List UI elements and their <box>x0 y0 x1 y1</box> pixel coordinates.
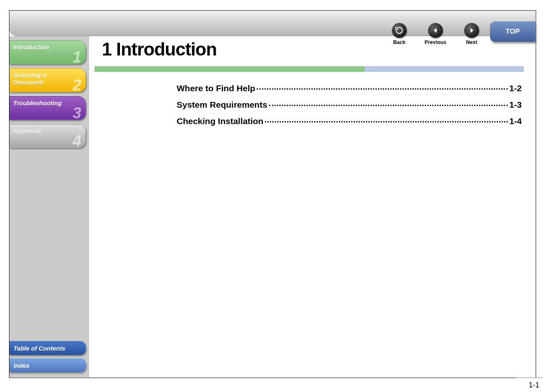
chapter-number: 2 <box>73 76 81 92</box>
title-rule <box>94 66 524 72</box>
toc-leader-dots <box>257 88 507 90</box>
top-bar: Back Previous Next TOP <box>9 11 535 36</box>
next-icon <box>464 23 479 38</box>
chapter-number: 3 <box>73 104 81 120</box>
sidebar-chapter-introduction[interactable]: Introduction 1 <box>9 40 86 64</box>
sidebar-chapter-appendix[interactable]: Appendix 4 <box>9 124 86 148</box>
toc-entry-where-to-find-help[interactable]: Where to Find Help 1-2 <box>177 83 522 93</box>
sidebar-bottom-tabs: Table of Contents Index <box>9 341 89 376</box>
back-icon <box>392 23 407 38</box>
toc-entry-checking-installation[interactable]: Checking Installation 1-4 <box>177 116 522 126</box>
index-button[interactable]: Index <box>9 358 86 372</box>
sidebar-chapter-scanning[interactable]: Scanning a Document 2 <box>9 68 86 92</box>
sidebar-chapter-troubleshooting[interactable]: Troubleshooting 3 <box>9 96 86 120</box>
toc-leader-dots <box>269 105 508 106</box>
toc-entry-title: System Requirements <box>177 100 267 110</box>
toc-label: Table of Contents <box>14 345 65 352</box>
toc-leader-dots <box>265 121 507 122</box>
previous-icon <box>428 23 443 38</box>
table-of-contents-button[interactable]: Table of Contents <box>9 341 86 355</box>
toc-entry-title: Where to Find Help <box>177 83 255 93</box>
top-label: TOP <box>506 28 520 36</box>
page-number: 1-1 <box>529 381 539 390</box>
main-content: 1 Introduction Where to Find Help 1-2 Sy… <box>94 39 530 133</box>
toc-entry-page: 1-2 <box>509 83 522 93</box>
chapter-label: Scanning a Document <box>13 71 46 86</box>
toc-entry-page: 1-4 <box>509 116 522 126</box>
chapter-label: Appendix <box>13 127 41 134</box>
index-label: Index <box>14 362 30 369</box>
toc-entry-page: 1-3 <box>509 100 522 110</box>
sidebar: Introduction 1 Scanning a Document 2 Tro… <box>9 36 89 377</box>
toc-entry-title: Checking Installation <box>177 116 263 126</box>
chapter-number: 1 <box>73 48 81 64</box>
chapter-label: Troubleshooting <box>13 99 62 106</box>
rule-blue <box>365 66 524 72</box>
toc-entry-system-requirements[interactable]: System Requirements 1-3 <box>177 100 522 110</box>
page-title: 1 Introduction <box>102 39 530 60</box>
chapter-toc: Where to Find Help 1-2 System Requiremen… <box>177 83 522 126</box>
page-number-rule <box>516 378 543 378</box>
chapter-number: 4 <box>73 132 81 148</box>
chapter-label: Introduction <box>13 44 49 51</box>
rule-green <box>94 66 365 72</box>
